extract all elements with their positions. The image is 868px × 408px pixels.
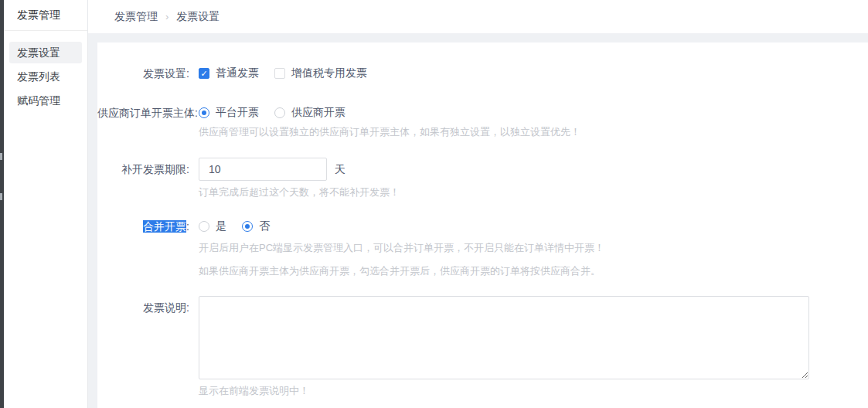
invoice-type-row: 发票设置: ✓ 普通发票 增值税专用发票 (97, 66, 868, 81)
reissue-limit-row: 补开发票期限: 天 订单完成后超过这个天数，将不能补开发票！ (97, 158, 868, 199)
invoice-type-label: 发票设置: (97, 66, 189, 81)
chevron-right-icon: › (165, 11, 168, 22)
breadcrumb-item-invoice-settings: 发票设置 (176, 10, 220, 24)
radio-unselected-icon[interactable] (274, 107, 285, 118)
merge-invoice-label: 合并开票: (97, 219, 189, 234)
checkbox-unchecked-icon[interactable] (274, 68, 285, 79)
selected-text-highlight: 合并开票 (143, 220, 186, 233)
sidebar-item-label: 赋码管理 (17, 94, 60, 107)
reissue-limit-label: 补开发票期限: (97, 158, 189, 181)
sidebar-item-label: 发票设置 (17, 46, 60, 59)
sidebar-title: 发票管理 (4, 0, 87, 31)
label-colon: : (186, 220, 189, 233)
radio-group-platform-invoicing[interactable]: 平台开票 (199, 106, 259, 120)
content-background: 发票设置: ✓ 普通发票 增值税专用发票 (88, 33, 868, 408)
invoice-note-label: 发票说明: (97, 296, 189, 315)
radio-label: 平台开票 (216, 106, 259, 120)
reissue-limit-helper: 订单完成后超过这个天数，将不能补开发票！ (199, 185, 400, 199)
radio-label: 供应商开票 (291, 106, 345, 120)
checkbox-label: 普通发票 (216, 66, 259, 80)
supplier-subject-label: 供应商订单开票主体: (97, 105, 189, 121)
invoice-note-row: 发票说明: 显示在前端发票说明中！ (97, 296, 868, 398)
radio-selected-icon[interactable] (199, 107, 209, 118)
checkbox-checked-icon[interactable]: ✓ (199, 68, 209, 79)
checkbox-label: 增值税专用发票 (291, 66, 367, 80)
supplier-subject-helper: 供应商管理可以设置独立的供应商订单开票主体，如果有独立设置，以独立设置优先！ (199, 125, 580, 139)
sidebar-item-label: 发票列表 (17, 70, 60, 83)
rail-icon-mark (0, 153, 2, 160)
main-area: 发票管理 › 发票设置 发票设置: ✓ 普通发票 增值税专用发票 (88, 0, 868, 408)
breadcrumb: 发票管理 › 发票设置 (88, 0, 868, 33)
merge-invoice-row: 合并开票: 是 否 开启后用户在PC端显示发票管理入口，可以合并订单开票，不开启… (97, 219, 868, 278)
sidebar-item-invoice-list[interactable]: 发票列表 (9, 66, 82, 87)
checkbox-group-vat-invoice[interactable]: 增值税专用发票 (274, 66, 367, 80)
invoice-note-helper: 显示在前端发票说明中！ (199, 384, 809, 398)
checkbox-group-normal-invoice[interactable]: ✓ 普通发票 (199, 66, 259, 80)
sidebar-menu: 发票设置 发票列表 赋码管理 (4, 31, 87, 111)
radio-group-supplier-invoicing[interactable]: 供应商开票 (274, 106, 345, 120)
sidebar-item-code-management[interactable]: 赋码管理 (9, 90, 82, 111)
radio-selected-icon[interactable] (242, 221, 253, 232)
collapsed-nav-rail (0, 0, 4, 408)
supplier-subject-row: 供应商订单开票主体: 平台开票 供应商开票 供应商管理可以设置独立的供应商订单开… (97, 105, 868, 139)
breadcrumb-item-invoice-management[interactable]: 发票管理 (114, 10, 158, 24)
settings-card: 发票设置: ✓ 普通发票 增值税专用发票 (97, 42, 868, 408)
invoice-note-textarea[interactable] (199, 296, 809, 379)
radio-unselected-icon[interactable] (199, 221, 209, 232)
radio-label: 否 (259, 219, 270, 233)
sidebar-item-invoice-settings[interactable]: 发票设置 (9, 42, 82, 63)
radio-label: 是 (216, 219, 226, 233)
merge-invoice-helper-1: 开启后用户在PC端显示发票管理入口，可以合并订单开票，不开启只能在订单详情中开票… (199, 241, 604, 255)
merge-invoice-helper-2: 如果供应商开票主体为供应商开票，勾选合并开票后，供应商开票的订单将按供应商合并。 (199, 264, 604, 278)
reissue-days-input[interactable] (199, 158, 327, 181)
days-unit-label: 天 (335, 158, 345, 181)
rail-icon-mark (0, 193, 2, 200)
radio-group-merge-no[interactable]: 否 (242, 219, 270, 233)
sidebar: 发票管理 发票设置 发票列表 赋码管理 (4, 0, 88, 408)
radio-group-merge-yes[interactable]: 是 (199, 219, 226, 233)
